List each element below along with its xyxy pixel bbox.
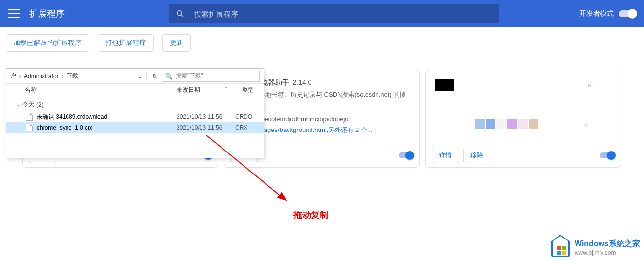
explorer-search[interactable]: 🔍 搜索"下载" xyxy=(162,71,260,82)
file-icon xyxy=(26,124,33,131)
header-bar: 扩展程序 开发者模式 xyxy=(0,0,644,27)
file-explorer-window: 户 › Administrator › 下载 ⌄ ↻ 🔍 搜索"下载" 名称 修… xyxy=(6,68,264,158)
dev-mode-toggle[interactable] xyxy=(619,10,636,17)
extension-toggle[interactable] xyxy=(600,152,615,158)
placeholder-icons xyxy=(475,119,538,129)
details-button[interactable]: 详情 xyxy=(432,148,459,163)
toolbar: 加载已解压的扩展程序 打包扩展程序 更新 xyxy=(0,27,644,59)
search-placeholder: 搜索"下载" xyxy=(176,72,203,80)
file-name: chrome_sync_1.0.crx xyxy=(37,124,177,131)
svg-point-0 xyxy=(177,11,182,16)
card-footer: 详情 移除 xyxy=(426,143,621,167)
load-unpacked-button[interactable]: 加载已解压的扩展程序 xyxy=(6,34,89,52)
column-date[interactable]: 修改日期⌄ xyxy=(177,86,235,94)
column-name[interactable]: 名称 xyxy=(25,86,177,94)
extension-card: jer fo 详情 移除 xyxy=(425,70,621,168)
pack-extension-button[interactable]: 打包扩展程序 xyxy=(98,34,154,52)
dev-mode-section: 开发者模式 xyxy=(579,9,636,18)
breadcrumb[interactable]: 户 › Administrator › 下载 ⌄ xyxy=(10,72,146,80)
file-row[interactable]: 未确认 341689.crdownload 2021/10/13 11:56 C… xyxy=(6,111,264,122)
extension-icon xyxy=(435,79,454,91)
breadcrumb-segment[interactable]: 户 xyxy=(10,72,16,80)
annotation-text: 拖动复制 xyxy=(293,209,329,221)
page-title: 扩展程序 xyxy=(29,8,65,20)
breadcrumb-segment[interactable]: 下载 xyxy=(67,72,78,80)
chevron-right-icon: › xyxy=(19,73,21,80)
watermark-title: Windows系统之家 xyxy=(575,239,640,249)
group-label: 今天 xyxy=(22,100,34,109)
date-group-header[interactable]: ⌄ 今天 (2) xyxy=(6,97,264,111)
menu-icon[interactable] xyxy=(8,9,20,18)
column-headers: 名称 修改日期⌄ 类型 xyxy=(6,84,264,97)
refresh-icon[interactable]: ↻ xyxy=(146,73,158,80)
search-input[interactable] xyxy=(194,10,492,18)
file-date: 2021/10/13 11:56 xyxy=(177,124,235,131)
column-type[interactable]: 类型 xyxy=(235,86,254,94)
watermark-url: www.bjjmlv.com xyxy=(575,249,640,256)
file-icon xyxy=(26,113,33,121)
file-type: CRDO xyxy=(235,113,254,120)
chevron-down-icon: ⌄ xyxy=(16,101,21,108)
watermark: Windows系统之家 www.bjjmlv.com xyxy=(551,238,640,257)
watermark-logo-icon xyxy=(551,238,571,257)
explorer-toolbar: 户 › Administrator › 下载 ⌄ ↻ 🔍 搜索"下载" xyxy=(6,69,264,84)
extension-toggle[interactable] xyxy=(399,152,413,158)
svg-line-1 xyxy=(181,15,183,17)
update-button[interactable]: 更新 xyxy=(162,34,191,52)
group-count: (2) xyxy=(36,101,44,108)
search-icon: 🔍 xyxy=(165,73,173,80)
chevron-right-icon: › xyxy=(62,73,64,80)
search-container[interactable] xyxy=(169,4,499,23)
dev-mode-label: 开发者模式 xyxy=(579,9,614,18)
partial-text: jer xyxy=(586,81,593,88)
remove-button[interactable]: 移除 xyxy=(463,148,490,163)
chevron-down-icon[interactable]: ⌄ xyxy=(137,73,142,80)
search-icon xyxy=(176,9,184,18)
partial-text: fo xyxy=(583,121,589,129)
file-type: CRX xyxy=(235,124,254,131)
background-page-link[interactable]: pages/background.html,另外还有 2 个... xyxy=(261,126,373,133)
file-name: 未确认 341689.crdownload xyxy=(37,113,177,121)
vertical-divider xyxy=(598,0,598,261)
sort-indicator-icon: ⌄ xyxy=(224,84,228,89)
version-text: 2.14.0 xyxy=(292,78,311,86)
file-row[interactable]: chrome_sync_1.0.crx 2021/10/13 11:56 CRX xyxy=(6,122,264,133)
file-date: 2021/10/13 11:56 xyxy=(177,113,235,120)
breadcrumb-segment[interactable]: Administrator xyxy=(24,73,59,80)
